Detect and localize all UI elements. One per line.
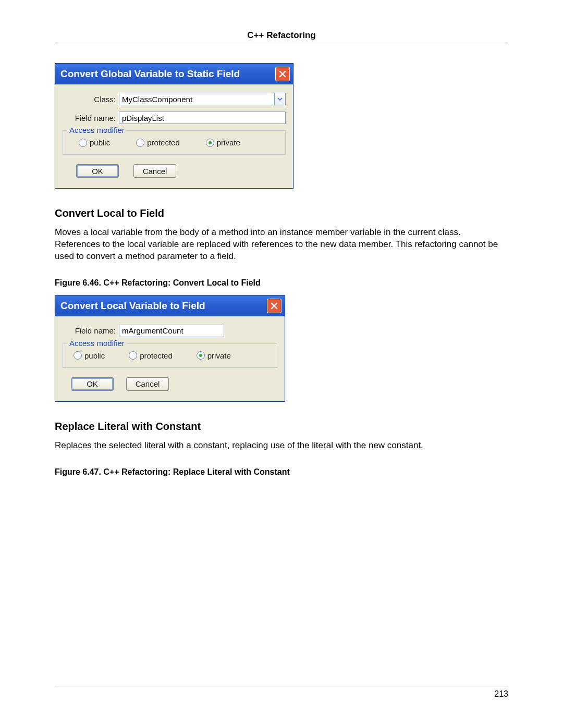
section-body: Replaces the selected literal with a con… bbox=[55, 440, 508, 452]
cancel-button[interactable]: Cancel bbox=[133, 164, 176, 178]
radio-icon bbox=[74, 351, 82, 360]
figure-caption: Figure 6.46. C++ Refactoring: Convert Lo… bbox=[55, 278, 508, 288]
radio-icon bbox=[136, 139, 144, 147]
radio-label: protected bbox=[147, 138, 180, 147]
fieldset-legend: Access modifier bbox=[67, 126, 127, 134]
class-combo[interactable] bbox=[119, 93, 286, 105]
radio-label: public bbox=[90, 138, 110, 147]
radio-label: private bbox=[207, 351, 231, 360]
section-heading-convert-local: Convert Local to Field bbox=[55, 207, 508, 219]
radio-label: private bbox=[217, 138, 240, 147]
radio-icon bbox=[206, 139, 214, 147]
class-label: Class: bbox=[63, 95, 119, 104]
dialog-convert-global: Convert Global Variable to Static Field … bbox=[55, 63, 293, 189]
footer-rule bbox=[55, 686, 508, 686]
radio-public[interactable]: public bbox=[74, 351, 105, 360]
close-icon[interactable] bbox=[267, 299, 282, 313]
dialog-titlebar[interactable]: Convert Local Variable to Field bbox=[55, 295, 285, 316]
fieldset-legend: Access modifier bbox=[67, 339, 127, 348]
class-input[interactable] bbox=[119, 93, 274, 105]
field-name-label: Field name: bbox=[63, 114, 119, 122]
figure-caption: Figure 6.47. C++ Refactoring: Replace Li… bbox=[55, 467, 508, 477]
radio-public[interactable]: public bbox=[79, 138, 110, 147]
field-name-label: Field name: bbox=[63, 326, 119, 335]
close-icon[interactable] bbox=[275, 67, 290, 81]
cancel-button[interactable]: Cancel bbox=[126, 377, 169, 391]
radio-private[interactable]: private bbox=[197, 351, 231, 360]
radio-icon bbox=[197, 351, 205, 360]
access-modifier-group: Access modifier public protected private bbox=[63, 130, 286, 155]
dialog-titlebar[interactable]: Convert Global Variable to Static Field bbox=[55, 64, 293, 84]
ok-button[interactable]: OK bbox=[76, 164, 119, 178]
radio-protected[interactable]: protected bbox=[136, 138, 180, 147]
radio-protected[interactable]: protected bbox=[129, 351, 173, 360]
chevron-down-icon[interactable] bbox=[274, 93, 286, 105]
field-name-input[interactable] bbox=[119, 112, 286, 124]
radio-private[interactable]: private bbox=[206, 138, 240, 147]
section-body: Moves a local variable from the body of … bbox=[55, 227, 508, 263]
field-name-input[interactable] bbox=[119, 325, 224, 337]
dialog-title: Convert Global Variable to Static Field bbox=[60, 68, 240, 80]
dialog-convert-local: Convert Local Variable to Field Field na… bbox=[55, 295, 285, 402]
access-modifier-group: Access modifier public protected private bbox=[63, 343, 277, 368]
dialog-title: Convert Local Variable to Field bbox=[60, 300, 205, 312]
running-header: C++ Refactoring bbox=[55, 30, 508, 41]
section-heading-replace-literal: Replace Literal with Constant bbox=[55, 421, 508, 433]
page-number: 213 bbox=[55, 689, 508, 699]
radio-icon bbox=[79, 139, 87, 147]
radio-label: protected bbox=[140, 351, 173, 360]
radio-label: public bbox=[84, 351, 105, 360]
radio-icon bbox=[129, 351, 137, 360]
ok-button[interactable]: OK bbox=[71, 377, 114, 391]
